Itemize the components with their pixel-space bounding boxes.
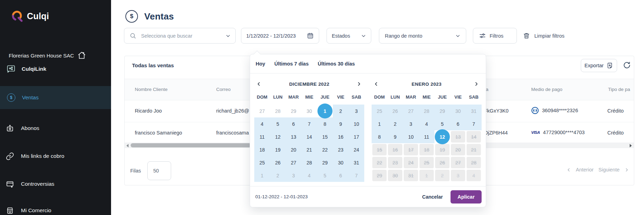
calendar-day-2[interactable]: 2 [387, 117, 403, 130]
calendar-day-4[interactable]: 4 [254, 117, 270, 130]
cancelar-button[interactable]: Cancelar [422, 194, 443, 200]
calendar-day-30[interactable]: 30 [450, 105, 466, 117]
calendar-day-5[interactable]: 5 [317, 169, 333, 182]
cell-tipo: Crédito [607, 108, 624, 114]
calendar-day-24[interactable]: 24 [349, 143, 364, 156]
siguiente-button[interactable]: Siguiente [599, 167, 620, 172]
refresh-icon[interactable] [623, 61, 631, 69]
calendar-day-23[interactable]: 23 [333, 143, 349, 156]
filas-input[interactable] [147, 161, 171, 180]
calendar-day-7[interactable]: 7 [349, 169, 364, 182]
calendar-day-17[interactable]: 17 [349, 130, 364, 143]
merchant-switcher[interactable]: Florerias Green House SAC [9, 51, 86, 60]
calendar-day-6[interactable]: 6 [333, 169, 349, 182]
calendar-day-4[interactable]: 4 [419, 117, 434, 130]
calendar-day-11[interactable]: 11 [254, 130, 270, 143]
calendar-day-1[interactable]: 1 [372, 117, 387, 130]
filtros-button[interactable]: Filtros [473, 28, 517, 44]
card-dispute-icon [6, 180, 14, 189]
quick-range-hoy[interactable]: Hoy [256, 61, 265, 67]
col-medio-de-pago: Medio de pago [531, 87, 562, 92]
calendar-day-16[interactable]: 16 [333, 130, 349, 143]
calendar-day-10[interactable]: 10 [349, 117, 364, 130]
quick-range-30-dias[interactable]: Últimos 30 días [318, 61, 355, 67]
calendar-day-7[interactable]: 7 [466, 117, 482, 130]
calendar-day-30[interactable]: 30 [301, 105, 317, 117]
calendar-day-9[interactable]: 9 [387, 130, 403, 143]
calendar-day-3[interactable]: 3 [349, 105, 364, 117]
chevron-left-icon[interactable] [566, 168, 571, 172]
calendar-day-13[interactable]: 13 [286, 130, 301, 143]
estados-dropdown[interactable]: Estados [327, 28, 371, 44]
calendar-day-2[interactable]: 2 [333, 105, 349, 117]
prev-month-icon[interactable] [372, 80, 380, 88]
calendar-day-21[interactable]: 21 [301, 143, 317, 156]
sidebar-item-abonos[interactable]: Abonos [0, 121, 111, 135]
calendar-day-29[interactable]: 29 [317, 156, 333, 169]
calendar-day-29[interactable]: 29 [286, 105, 301, 117]
calendar-day-8[interactable]: 8 [372, 130, 387, 143]
aplicar-button[interactable]: Aplicar [451, 190, 482, 204]
calendar-day-25[interactable]: 25 [254, 156, 270, 169]
date-range-field[interactable]: 1/12/2022 - 12/1/2023 [241, 28, 319, 44]
calendar-day-22[interactable]: 22 [317, 143, 333, 156]
calendar-grid: 2526272829303112345678910111213141516171… [372, 105, 482, 182]
calendar-day-18[interactable]: 18 [254, 143, 270, 156]
calendar-day-9[interactable]: 9 [333, 117, 349, 130]
rango-de-monto-dropdown[interactable]: Rango de monto [379, 28, 466, 44]
calendar-day-27[interactable]: 27 [254, 105, 270, 117]
calendar-day-10[interactable]: 10 [403, 130, 419, 143]
chevron-right-icon[interactable] [624, 168, 629, 172]
sidebar-item-ventas[interactable]: $ Ventas [0, 86, 111, 109]
calendar-day-15[interactable]: 15 [317, 130, 333, 143]
calendar-day-30[interactable]: 30 [333, 156, 349, 169]
sidebar-item-mi-comercio[interactable]: Mi Comercio [0, 204, 111, 215]
calendar-day-12[interactable]: 12 [270, 130, 286, 143]
calendar-day-26[interactable]: 26 [270, 156, 286, 169]
calendar-day-25[interactable]: 25 [372, 105, 387, 117]
calendar-day-5[interactable]: 5 [434, 117, 450, 130]
calendar-day-6[interactable]: 6 [286, 117, 301, 130]
anterior-button[interactable]: Anterior [576, 167, 594, 172]
calendar-day-3[interactable]: 3 [403, 117, 419, 130]
quick-range-7-dias[interactable]: Últimos 7 días [274, 61, 308, 67]
day-of-week-label: MIE [419, 92, 434, 101]
calendar-day-26[interactable]: 26 [387, 105, 403, 117]
calendar-day-28[interactable]: 28 [419, 105, 434, 117]
calendar-day-6[interactable]: 6 [450, 117, 466, 130]
calendar-day-3: 3 [450, 169, 466, 182]
calendar-day-5[interactable]: 5 [270, 117, 286, 130]
calendar-day-27[interactable]: 27 [403, 105, 419, 117]
exportar-button[interactable]: Exportar [581, 59, 617, 72]
calendar-day-14[interactable]: 14 [301, 130, 317, 143]
calendar-day-31[interactable]: 31 [466, 105, 482, 117]
calendar-day-2[interactable]: 2 [270, 169, 286, 182]
prev-month-icon[interactable] [255, 80, 263, 88]
calendar-day-20[interactable]: 20 [286, 143, 301, 156]
calendar-day-8[interactable]: 8 [317, 117, 333, 130]
calendar-day-7[interactable]: 7 [301, 117, 317, 130]
calendar-day-1[interactable]: 1 [254, 169, 270, 182]
calendar-day-11[interactable]: 11 [419, 130, 434, 143]
calendar-day-27[interactable]: 27 [286, 156, 301, 169]
calendar-day-28[interactable]: 28 [270, 105, 286, 117]
sidebar-item-controversias[interactable]: Controversias [0, 177, 111, 191]
scroll-right-arrow-icon[interactable] [630, 144, 632, 147]
scrollbar-thumb[interactable] [131, 143, 251, 147]
calendar-day-14: 14 [466, 130, 482, 143]
calendar-day-19[interactable]: 19 [270, 143, 286, 156]
calendar-day-28[interactable]: 28 [301, 156, 317, 169]
next-month-icon[interactable] [473, 80, 480, 88]
next-month-icon[interactable] [355, 80, 363, 88]
calendar-day-3[interactable]: 3 [286, 169, 301, 182]
calendar-day-29[interactable]: 29 [434, 105, 450, 117]
calendar-day-4[interactable]: 4 [301, 169, 317, 182]
search-select[interactable]: Selecciona que buscar [124, 28, 236, 44]
sidebar-item-culqilink[interactable]: CulqiLink [6, 64, 46, 74]
sidebar-item-mis-links-de-cobro[interactable]: Mis links de cobro [0, 149, 111, 163]
calendar-day-31[interactable]: 31 [349, 156, 364, 169]
calendar-day-12[interactable]: 12 [434, 130, 450, 143]
calendar-day-1[interactable]: 1 [317, 105, 333, 117]
limpiar-filtros-button[interactable]: Limpiar filtros [523, 28, 564, 44]
scroll-left-arrow-icon[interactable] [126, 144, 129, 147]
